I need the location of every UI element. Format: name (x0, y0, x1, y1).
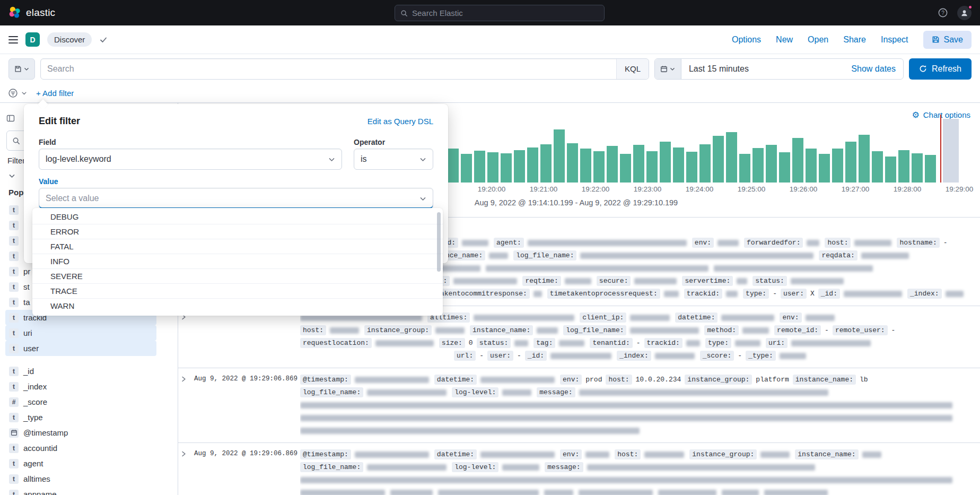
field-type-text-icon: t (9, 205, 19, 215)
histogram-bar (501, 153, 512, 183)
expand-row-icon[interactable] (180, 448, 194, 495)
x-axis-tick: 19:24:00 (686, 185, 714, 193)
doc-field-chip: instance_name: (793, 375, 856, 385)
doc-field-chip: remote_id: (774, 325, 821, 335)
chevron-down-icon[interactable] (21, 90, 27, 96)
query-bar: KQL Last 15 minutes Show dates Refresh (0, 54, 980, 83)
space-badge[interactable]: D (25, 32, 40, 47)
edit-as-query-dsl-link[interactable]: Edit as Query DSL (368, 117, 433, 126)
filter-value-option[interactable]: INFO (32, 254, 443, 269)
doc-field-chip: log_file_name: (563, 325, 626, 335)
elastic-logo[interactable]: elastic (8, 6, 55, 19)
histogram-bar (898, 150, 909, 183)
saved-query-menu-button[interactable] (8, 58, 35, 80)
filter-value-option[interactable]: ERROR (32, 224, 443, 239)
breadcrumb[interactable]: Discover (47, 32, 92, 47)
filter-value-option[interactable]: TRACE (32, 284, 443, 299)
refresh-button[interactable]: Refresh (909, 58, 972, 80)
doc-field-chip: servertime: (682, 276, 733, 286)
new-link[interactable]: New (776, 35, 793, 45)
menu-icon[interactable] (8, 36, 18, 44)
field-name: _type (23, 413, 43, 422)
redacted-value (355, 377, 429, 383)
sidebar-field-item[interactable]: tappname (5, 487, 156, 495)
doc-field-chip: log-level: (452, 462, 498, 472)
sidebar-field-item[interactable]: talltimes (5, 471, 156, 487)
expand-row-icon[interactable] (180, 311, 194, 362)
histogram-bar (726, 132, 737, 183)
elastic-logo-icon (8, 6, 21, 19)
doc-field-chip: @timestamp: (300, 375, 351, 385)
doc-field-chip: log-level: (452, 387, 498, 397)
redacted-value (844, 291, 902, 297)
global-search[interactable] (395, 5, 605, 21)
chevron-down-icon[interactable] (8, 172, 16, 179)
show-dates-link[interactable]: Show dates (851, 64, 903, 74)
redacted-value (453, 278, 517, 284)
global-search-input[interactable] (412, 8, 599, 18)
query-input[interactable] (41, 64, 616, 74)
filter-value-option[interactable]: SEVERE (32, 269, 443, 284)
field-type-text-icon: t (9, 313, 19, 323)
doc-field-chip: _id: (525, 351, 547, 361)
value-combobox[interactable]: Select a value (39, 188, 433, 209)
filter-value-option[interactable]: WARN (32, 299, 443, 314)
filter-value-option[interactable]: DEBUG (32, 210, 443, 224)
redacted-value (580, 253, 813, 259)
time-range-value[interactable]: Last 15 minutes (681, 64, 851, 74)
sidebar-field-item[interactable]: t_type (5, 410, 156, 425)
expand-row-icon[interactable] (180, 374, 194, 437)
add-filter-link[interactable]: + Add filter (36, 89, 74, 98)
doc-field-value: lb (860, 376, 868, 384)
calendar-button[interactable] (655, 59, 681, 79)
redacted-value (587, 464, 815, 471)
field-name: alltimes (23, 474, 50, 483)
toolbar-actions: Options New Open Share Inspect Save (732, 31, 972, 49)
histogram-bar (514, 150, 525, 183)
doc-field-chip: instance_name: (470, 325, 533, 335)
date-picker: Last 15 minutes Show dates (654, 58, 904, 80)
filter-value-option[interactable]: FATAL (32, 239, 443, 254)
save-button[interactable]: Save (923, 31, 972, 49)
options-link[interactable]: Options (732, 35, 761, 45)
histogram-bar (912, 153, 923, 183)
field-name: appname (23, 490, 57, 495)
filter-set-icon[interactable] (8, 89, 18, 98)
user-avatar[interactable] (957, 6, 972, 20)
query-language-button[interactable]: KQL (616, 59, 649, 79)
sidebar-field-item[interactable]: t_id (5, 363, 156, 379)
sidebar-field-item[interactable]: #_score (5, 394, 156, 410)
sidebar-field-item[interactable]: tagent (5, 456, 156, 471)
open-link[interactable]: Open (808, 35, 828, 45)
redacted-value (489, 253, 508, 259)
value-options-list: DEBUGERRORFATALINFOSEVERETRACEWARN (32, 210, 443, 314)
doc-table-row: Aug 9, 2022 @ 19:29:06.869@timestamp:dat… (178, 443, 980, 495)
operator-select-value: is (361, 154, 367, 164)
doc-timestamp: Aug 9, 2022 @ 19:29:06.869 (194, 374, 300, 437)
operator-select[interactable]: is (354, 149, 433, 170)
redacted-value (355, 451, 429, 458)
field-name: user (23, 344, 39, 353)
field-name: _score (23, 397, 47, 406)
sidebar-field-item[interactable]: turi (5, 325, 156, 341)
field-type-text-icon: t (9, 459, 19, 468)
sidebar-field-item[interactable]: t_index (5, 379, 156, 394)
doc-table-row: Aug 9, 2022 @ 19:29:06.869@timestamp:dat… (178, 368, 980, 443)
sidebar-field-item[interactable]: @timestamp (5, 425, 156, 440)
scrollbar-thumb[interactable] (437, 212, 441, 272)
app-toolbar: D Discover Options New Open Share Inspec… (0, 25, 980, 54)
search-icon (12, 137, 20, 145)
sidebar-field-item[interactable]: taccountid (5, 440, 156, 456)
inspect-link[interactable]: Inspect (881, 35, 908, 45)
share-link[interactable]: Share (843, 35, 866, 45)
sidebar-field-item[interactable]: tuser (5, 341, 156, 356)
redacted-value (300, 415, 952, 421)
field-name: uri (23, 328, 32, 337)
field-select[interactable]: log-level.keyword (39, 149, 342, 170)
help-icon[interactable]: ? (938, 8, 948, 18)
redacted-value (721, 315, 774, 321)
x-axis-tick: 19:25:00 (738, 185, 766, 193)
histogram-bar (872, 151, 883, 183)
doc-field-chip: datetime: (434, 449, 477, 459)
redacted-value (791, 340, 871, 346)
